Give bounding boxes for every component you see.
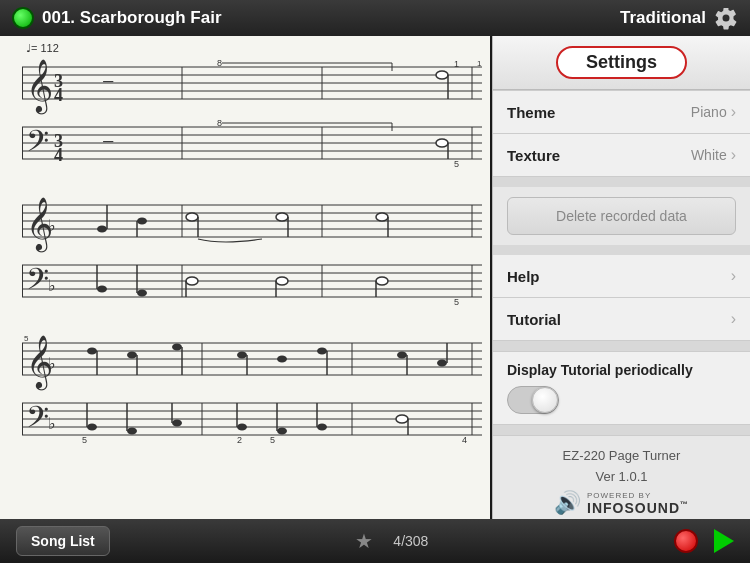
svg-text:5: 5 — [82, 435, 87, 445]
svg-point-121 — [172, 420, 182, 427]
svg-point-47 — [97, 226, 107, 233]
texture-value-group: White › — [691, 146, 736, 164]
settings-divider-1 — [493, 177, 750, 187]
svg-point-95 — [172, 344, 182, 351]
tutorial-row[interactable]: Tutorial › — [493, 298, 750, 341]
display-tutorial-label: Display Tutorial periodically — [507, 362, 736, 378]
settings-panel: Settings Theme Piano › Texture White › D… — [492, 36, 750, 519]
tempo-mark: ♩= 112 — [6, 42, 484, 55]
svg-point-126 — [277, 428, 287, 435]
svg-text:♭: ♭ — [48, 277, 56, 294]
svg-text:4: 4 — [54, 145, 63, 165]
theme-chevron-icon: › — [731, 103, 736, 121]
settings-divider-3 — [493, 341, 750, 351]
settings-header: Settings — [493, 36, 750, 90]
bottom-right — [674, 529, 734, 553]
bass-staff-3: 𝄢 ♭ — [22, 393, 482, 453]
svg-text:2: 2 — [237, 435, 242, 445]
svg-text:♭: ♭ — [48, 415, 56, 432]
toggle-knob — [532, 387, 558, 413]
svg-point-117 — [87, 424, 97, 431]
svg-point-49 — [137, 218, 147, 225]
song-list-button[interactable]: Song List — [16, 526, 110, 556]
display-tutorial-toggle[interactable] — [507, 386, 559, 414]
svg-text:1: 1 — [454, 59, 459, 69]
svg-text:−: − — [102, 69, 114, 94]
texture-row[interactable]: Texture White › — [493, 134, 750, 177]
favorite-icon[interactable]: ★ — [355, 529, 373, 553]
svg-point-128 — [317, 424, 327, 431]
svg-point-91 — [87, 348, 97, 355]
gear-icon[interactable] — [714, 6, 738, 30]
theme-label: Theme — [507, 104, 555, 121]
svg-text:5: 5 — [270, 435, 275, 445]
mode-label: Traditional — [620, 8, 706, 28]
svg-text:4: 4 — [462, 435, 467, 445]
svg-text:8: 8 — [217, 118, 222, 128]
svg-text:𝄢: 𝄢 — [26, 401, 49, 441]
song-title: 001. Scarborough Fair — [42, 8, 222, 28]
help-label: Help — [507, 268, 540, 285]
sheet-music-area: ♩= 112 𝄞 3 4 — [0, 36, 490, 519]
help-row[interactable]: Help › — [493, 255, 750, 298]
theme-row[interactable]: Theme Piano › — [493, 90, 750, 134]
svg-text:4: 4 — [54, 85, 63, 105]
bottom-center: ★ 4/308 — [355, 529, 428, 553]
tutorial-label: Tutorial — [507, 311, 561, 328]
status-indicator — [12, 7, 34, 29]
svg-text:♭: ♭ — [48, 217, 56, 234]
settings-body: Theme Piano › Texture White › Delete rec… — [493, 90, 750, 519]
bottom-bar: Song List ★ 4/308 — [0, 519, 750, 563]
svg-point-72 — [186, 277, 198, 285]
bass-staff-1: 𝄢 3 4 − 8 5 — [22, 117, 482, 177]
delete-recorded-data-button[interactable]: Delete recorded data — [507, 197, 736, 235]
staff-system-1: ♩= 112 𝄞 3 4 — [6, 42, 484, 181]
brand-text: INFOSOUND™ — [587, 500, 689, 516]
svg-text:𝄞: 𝄞 — [26, 59, 53, 115]
play-button[interactable] — [714, 529, 734, 553]
tm-mark: ™ — [680, 500, 689, 509]
svg-text:𝄢: 𝄢 — [26, 125, 49, 165]
svg-point-78 — [376, 277, 388, 285]
settings-divider-4 — [493, 425, 750, 435]
treble-staff-2: 𝄞 ♭ — [22, 195, 482, 255]
svg-text:8: 8 — [217, 58, 222, 68]
settings-title: Settings — [556, 46, 687, 79]
svg-text:5: 5 — [454, 159, 459, 169]
svg-point-104 — [397, 352, 407, 359]
svg-point-124 — [237, 424, 247, 431]
music-notation: ♩= 112 𝄞 3 4 — [0, 36, 490, 457]
texture-value: White — [691, 147, 727, 163]
help-chevron-icon: › — [731, 267, 736, 285]
theme-value-group: Piano › — [691, 103, 736, 121]
theme-value: Piano — [691, 104, 727, 120]
svg-text:♭: ♭ — [48, 355, 56, 372]
svg-point-68 — [97, 286, 107, 293]
svg-point-98 — [237, 352, 247, 359]
page-count: 4/308 — [393, 533, 428, 549]
top-bar-right: Traditional — [620, 6, 738, 30]
speaker-icon: 🔊 — [554, 490, 581, 516]
staff-system-3: 𝄞 ♭ 5 — [6, 333, 484, 457]
staff-system-2: 𝄞 ♭ — [6, 195, 484, 319]
settings-footer: EZ-220 Page Turner Ver 1.0.1 🔊 POWERED B… — [493, 435, 750, 519]
svg-text:5: 5 — [24, 334, 29, 343]
footer-device: EZ-220 Page Turner — [505, 448, 738, 463]
powered-text: POWERED BY — [587, 491, 651, 500]
svg-point-101 — [317, 348, 327, 355]
svg-point-106 — [437, 360, 447, 367]
record-button[interactable] — [674, 529, 698, 553]
display-tutorial-row: Display Tutorial periodically — [493, 351, 750, 425]
svg-point-54 — [276, 213, 288, 221]
svg-point-51 — [186, 213, 198, 221]
svg-point-16 — [436, 71, 448, 79]
treble-staff-1: 𝄞 3 4 − 8 — [22, 57, 482, 117]
bass-staff-2: 𝄢 ♭ 5 — [22, 255, 482, 315]
top-bar: 001. Scarborough Fair Traditional — [0, 0, 750, 36]
treble-staff-3: 𝄞 ♭ 5 — [22, 333, 482, 393]
svg-point-100 — [277, 356, 287, 363]
svg-point-119 — [127, 428, 137, 435]
svg-point-70 — [137, 290, 147, 297]
infosound-logo: 🔊 POWERED BY INFOSOUND™ — [505, 490, 738, 516]
svg-point-57 — [376, 213, 388, 221]
